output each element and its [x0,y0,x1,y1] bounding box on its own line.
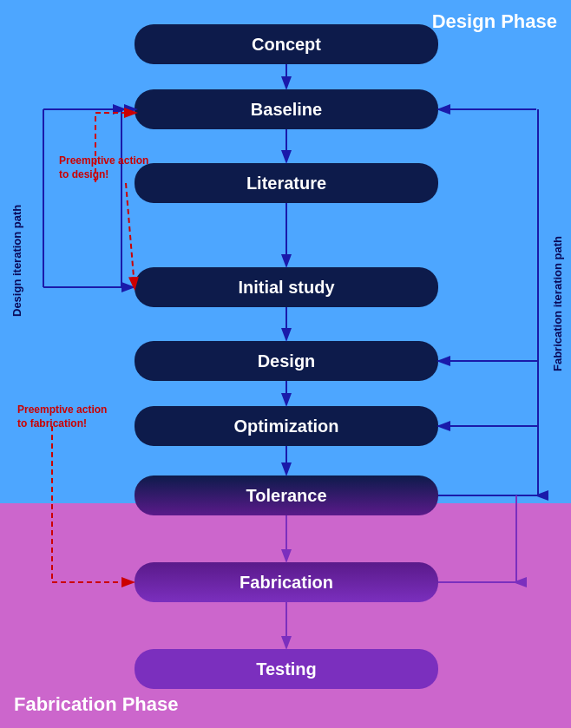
design-iteration-label: Design iteration path [10,130,23,390]
design-box: Design [135,341,438,381]
fabrication-iteration-label: Fabrication iteration path [551,130,564,477]
preemptive-fabrication-annotation: Preemptive actionto fabrication! [17,403,107,430]
optimization-box: Optimization [135,406,438,446]
literature-box: Literature [135,163,438,203]
initial-study-box: Initial study [135,267,438,307]
preemptive-design-annotation: Preemptive actionto design! [59,154,148,181]
fabrication-phase-label: Fabrication Phase [14,693,179,716]
fabrication-box: Fabrication [135,562,438,602]
concept-box: Concept [135,24,438,64]
design-phase-label: Design Phase [432,10,557,33]
tolerance-box: Tolerance [135,475,438,515]
testing-box: Testing [135,649,438,689]
baseline-box: Baseline [135,89,438,129]
